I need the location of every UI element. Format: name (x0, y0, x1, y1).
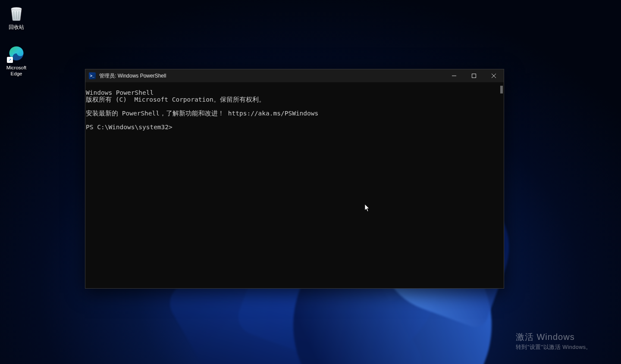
powershell-icon: >_ (89, 72, 96, 79)
scrollbar-thumb[interactable] (500, 86, 503, 93)
desktop-icon-edge[interactable]: ↗ Microsoft Edge (1, 43, 32, 78)
terminal-line (85, 103, 86, 110)
close-button[interactable] (484, 69, 504, 82)
terminal-output: Windows PowerShell 版权所有 (C) Microsoft Co… (85, 82, 504, 131)
svg-rect-6 (472, 74, 476, 78)
desktop-icon-label: 回收站 (9, 24, 24, 30)
desktop-icon-recycle-bin[interactable]: 回收站 (1, 3, 32, 31)
watermark-subtitle: 转到"设置"以激活 Windows。 (516, 344, 592, 351)
terminal-line: 安装最新的 PowerShell，了解新功能和改进！ https://aka.m… (85, 110, 318, 117)
edge-icon: ↗ (7, 44, 26, 63)
terminal-line (85, 117, 86, 124)
window-controls (444, 69, 504, 82)
desktop-icon-label: Microsoft Edge (6, 65, 27, 77)
maximize-button[interactable] (464, 69, 484, 82)
window-title: 管理员: Windows PowerShell (99, 72, 166, 80)
svg-point-0 (11, 7, 22, 10)
terminal-line: Windows PowerShell (85, 89, 154, 96)
activation-watermark: 激活 Windows 转到"设置"以激活 Windows。 (516, 331, 592, 351)
recycle-bin-icon (7, 3, 26, 22)
terminal-body[interactable]: Windows PowerShell 版权所有 (C) Microsoft Co… (85, 82, 504, 288)
desktop[interactable]: 回收站 ↗ Micro (0, 0, 621, 364)
powershell-window[interactable]: >_ 管理员: Windows PowerShell Windows Power… (85, 69, 504, 289)
watermark-title: 激活 Windows (516, 331, 592, 343)
window-titlebar[interactable]: >_ 管理员: Windows PowerShell (85, 69, 504, 82)
terminal-line: 版权所有 (C) Microsoft Corporation。保留所有权利。 (85, 96, 265, 103)
shortcut-overlay-icon: ↗ (7, 57, 13, 63)
terminal-prompt[interactable]: PS C:\Windows\system32> (85, 124, 176, 131)
minimize-button[interactable] (444, 69, 464, 82)
